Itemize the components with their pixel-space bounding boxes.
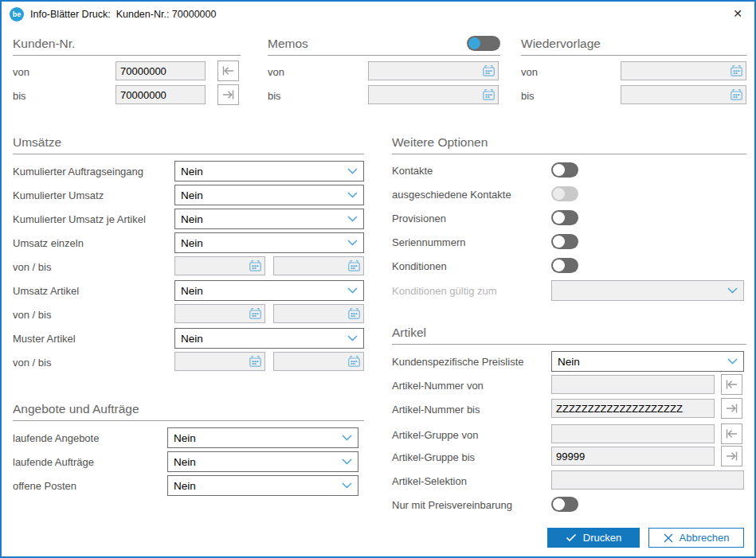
kunden-nr-von-row: von 70000000 [13,61,241,82]
abbrechen-button-label: Abbrechen [680,532,730,544]
umsatz-einzeln-row: Umsatz einzeln Nein [13,232,364,253]
ausgeschiedene-kontakte-row: ausgeschiedene Kontakte [392,186,746,201]
jump-to-first-button[interactable] [217,60,239,81]
kumulierter-umsatz-select[interactable]: Nein [174,185,364,205]
artikel-nummer-bis-input[interactable]: ZZZZZZZZZZZZZZZZZZZZ [551,399,715,418]
artikel-nummer-last-button[interactable] [721,398,742,419]
seriennummern-toggle[interactable] [551,234,578,249]
calendar-icon[interactable] [249,307,262,320]
laufende-auftraege-row: laufende Aufträge Nein [13,451,364,472]
select-value: Nein [181,285,347,297]
kumulierter-umsatz-je-artikel-label: Kumulierter Umsatz je Artikel [13,213,146,225]
konditionen-row: Konditionen [392,258,746,273]
calendar-icon[interactable] [482,88,496,101]
seriennummern-label: Seriennummern [392,236,466,248]
artikel-nummer-bis-label: Artikel-Nummer bis [392,404,480,416]
provisionen-row: Provisionen [392,210,746,225]
kumulierter-umsatz-row: Kumulierter Umsatz Nein [13,185,364,205]
abbrechen-button[interactable]: Abbrechen [648,528,744,548]
section-umsaetze: Umsätze Kumulierter Auftragseingang Nein… [13,135,364,154]
nur-mit-preisvereinbarung-label: Nur mit Preisvereinbarung [392,498,512,510]
artikel-gruppe-bis-input[interactable]: 99999 [551,447,715,466]
jump-to-last-button[interactable] [217,84,239,105]
artikel-nummer-von-input[interactable] [551,375,715,394]
select-value: Nein [181,213,347,225]
kunden-nr-bis-input[interactable]: 70000000 [116,85,206,104]
check-icon [566,533,577,542]
umsatz-artikel-label: Umsatz Artikel [13,285,79,297]
chevron-down-icon [347,168,358,174]
umsatz-artikel-select[interactable]: Nein [174,280,364,301]
memos-von-date-input[interactable] [368,61,499,80]
kontakte-toggle[interactable] [551,162,578,178]
arrow-to-first-icon [725,428,738,439]
laufende-angebote-row: laufende Angebote Nein [13,427,364,448]
wiedervorlage-von-date-input[interactable] [621,61,746,80]
arrow-to-last-icon [725,403,738,414]
memos-bis-date-input[interactable] [368,85,499,104]
seriennummern-row: Seriennummern [392,234,746,249]
memos-toggle[interactable] [467,36,500,51]
kunden-nr-von-input[interactable]: 70000000 [116,61,206,80]
calendar-icon[interactable] [730,64,743,77]
umsatz-artikel-bis-date-input[interactable] [273,304,364,323]
cancel-x-icon [664,533,673,543]
artikel-gruppe-von-input[interactable] [551,424,715,443]
calendar-icon[interactable] [249,355,262,368]
calendar-icon[interactable] [347,259,361,272]
umsatz-einzeln-von-date-input[interactable] [174,256,265,275]
umsatz-artikel-von-date-input[interactable] [174,304,265,323]
konditionen-toggle[interactable] [551,258,578,273]
laufende-angebote-select[interactable]: Nein [167,427,358,448]
section-artikel: Artikel Kundenspezifische Preisliste Nei… [392,326,746,345]
memos-von-row: von [268,61,500,82]
calendar-icon[interactable] [730,88,743,101]
select-value: Nein [558,356,727,368]
toggle-knob [553,236,565,248]
muster-artikel-select[interactable]: Nein [174,328,364,349]
title-bar: be Info-Blätter Druck: Kunden-Nr.: 70000… [2,2,754,27]
chevron-down-icon [347,192,358,198]
chevron-down-icon [347,335,358,341]
chevron-down-icon [727,358,738,365]
konditionen-gueltig-zum-row: Konditionen gültig zum [392,280,746,301]
wiedervorlage-bis-date-input[interactable] [621,85,746,104]
drucken-button[interactable]: Drucken [547,528,640,548]
offene-posten-select[interactable]: Nein [167,475,358,496]
kumulierter-auftragseingang-select[interactable]: Nein [174,161,364,181]
umsatz-artikel-row: Umsatz Artikel Nein [13,280,364,301]
nur-mit-preisvereinbarung-toggle[interactable] [551,497,578,512]
calendar-icon[interactable] [249,259,262,272]
chevron-down-icon [342,482,352,489]
laufende-auftraege-select[interactable]: Nein [167,451,358,472]
close-icon[interactable]: ✕ [733,7,742,20]
artikel-gruppe-first-button[interactable] [721,423,742,444]
kumulierter-umsatz-je-artikel-select[interactable]: Nein [174,209,364,229]
muster-artikel-bis-date-input[interactable] [273,352,364,371]
section-angebote: Angebote und Aufträge laufende Angebote … [13,402,364,421]
umsatz-einzeln-select[interactable]: Nein [174,232,364,253]
konditionen-label: Konditionen [392,259,447,271]
muster-artikel-vonbis-row: von / bis [13,352,364,373]
kundenspezifische-preisliste-select[interactable]: Nein [551,351,744,372]
artikel-gruppe-last-button[interactable] [721,446,742,466]
wiedervorlage-von-label: von [521,66,538,78]
muster-artikel-row: Muster Artikel Nein [13,328,364,349]
artikel-selektion-input[interactable] [551,470,744,490]
kundenspezifische-preisliste-row: Kundenspezifische Preisliste Nein [392,351,746,372]
calendar-icon[interactable] [347,307,361,320]
konditionen-gueltig-zum-select [551,280,744,301]
umsatz-einzeln-vonbis-row: von / bis [13,256,364,277]
umsatz-einzeln-bis-date-input[interactable] [273,256,364,275]
calendar-icon[interactable] [482,64,496,77]
chevron-down-icon [342,458,352,465]
calendar-icon[interactable] [347,355,361,368]
muster-artikel-von-date-input[interactable] [174,352,265,371]
arrow-to-last-icon [725,451,738,462]
select-value: Nein [174,456,342,468]
kontakte-row: Kontakte [392,162,746,178]
ausgeschiedene-kontakte-label: ausgeschiedene Kontakte [392,188,511,200]
artikel-nummer-first-button[interactable] [721,374,742,395]
dialog-window: be Info-Blätter Druck: Kunden-Nr.: 70000… [0,0,756,558]
provisionen-toggle[interactable] [551,210,578,225]
